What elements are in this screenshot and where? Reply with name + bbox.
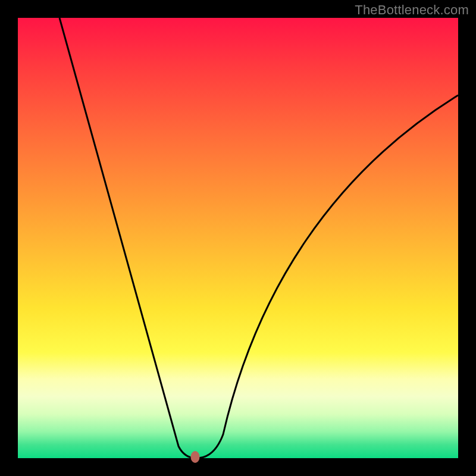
curve-path — [60, 18, 458, 458]
chart-frame: TheBottleneck.com — [0, 0, 476, 476]
watermark-text: TheBottleneck.com — [355, 2, 469, 18]
minimum-marker — [191, 451, 200, 463]
bottleneck-curve — [18, 18, 458, 458]
plot-area — [18, 18, 458, 458]
